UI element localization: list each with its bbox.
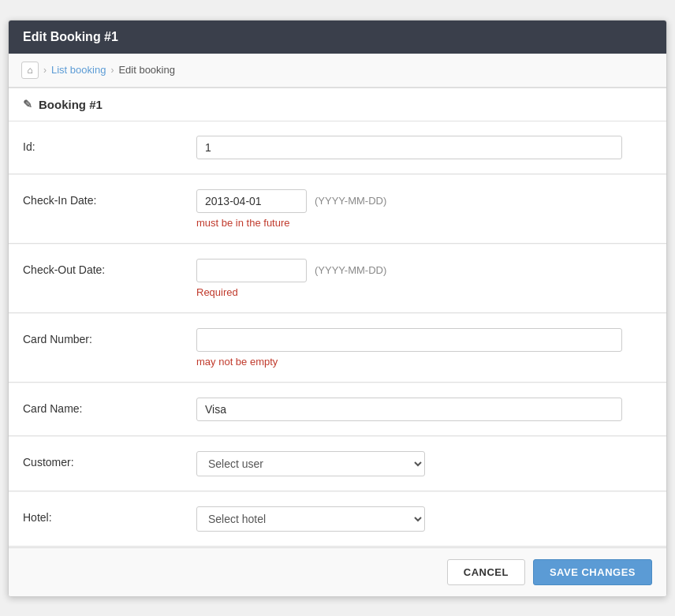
cardnumber-row: Card Number: may not be empty [9,314,666,383]
breadcrumb-separator-2: › [110,65,114,76]
cardname-control-group [196,398,652,421]
hotel-select[interactable]: Select hotel [196,506,425,532]
checkout-row: Check-Out Date: (YYYY-MM-DD) Required [9,245,666,313]
hotel-row: Hotel: Select hotel [9,492,666,547]
checkout-input[interactable] [196,259,307,282]
window-title: Edit Booking #1 [23,30,118,43]
home-icon[interactable]: ⌂ [21,62,39,79]
checkout-error: Required [196,286,652,298]
cancel-button[interactable]: CANCEL [447,559,525,585]
customer-select[interactable]: Select user [196,451,425,476]
id-row: Id: [9,121,666,174]
customer-row: Customer: Select user [9,437,666,491]
form-container: ✎ Booking #1 Id: Check-In Date: (YYYY-MM… [9,88,666,596]
checkin-inline: (YYYY-MM-DD) [196,189,652,213]
cardnumber-control-group: may not be empty [196,328,652,368]
window-header: Edit Booking #1 [9,21,666,54]
section-title: Booking #1 [39,98,103,111]
breadcrumb-separator-1: › [43,65,47,76]
cardname-label: Card Name: [23,398,196,415]
breadcrumb: ⌂ › List booking › Edit booking [9,54,666,88]
id-input[interactable] [196,136,622,159]
footer-bar: CANCEL SAVE CHANGES [9,547,666,596]
form-rows: Id: Check-In Date: (YYYY-MM-DD) must be … [9,121,666,547]
id-control-group [196,136,652,159]
edit-icon: ✎ [23,98,32,110]
checkout-control-group: (YYYY-MM-DD) Required [196,259,652,298]
save-changes-button[interactable]: SAVE CHANGES [533,559,652,585]
edit-booking-window: Edit Booking #1 ⌂ › List booking › Edit … [8,20,667,597]
cardnumber-error: may not be empty [196,356,652,368]
hotel-control-group: Select hotel [196,506,652,532]
hotel-label: Hotel: [23,506,196,524]
checkin-label: Check-In Date: [23,189,196,207]
checkout-label: Check-Out Date: [23,259,196,276]
cardname-input[interactable] [196,398,622,421]
checkout-hint: (YYYY-MM-DD) [315,264,386,276]
checkout-inline: (YYYY-MM-DD) [196,259,652,282]
customer-control-group: Select user [196,451,652,476]
customer-label: Customer: [23,451,196,469]
id-label: Id: [23,136,196,153]
checkin-row: Check-In Date: (YYYY-MM-DD) must be in t… [9,175,666,244]
cardnumber-label: Card Number: [23,328,196,345]
cardnumber-input[interactable] [196,328,622,352]
section-header: ✎ Booking #1 [9,88,666,121]
breadcrumb-list-booking[interactable]: List booking [51,64,106,76]
cardname-row: Card Name: [9,383,666,436]
checkin-input[interactable] [196,189,307,213]
checkin-hint: (YYYY-MM-DD) [315,195,386,207]
breadcrumb-current: Edit booking [118,64,175,76]
checkin-error: must be in the future [196,217,652,229]
checkin-control-group: (YYYY-MM-DD) must be in the future [196,189,652,229]
